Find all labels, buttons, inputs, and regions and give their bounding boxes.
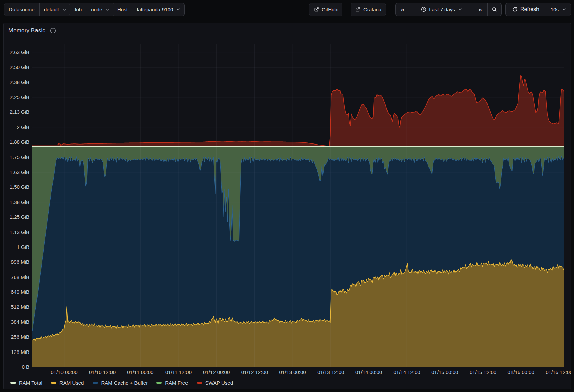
legend-label: RAM Used [59, 380, 84, 386]
legend-label: RAM Free [165, 380, 188, 386]
legend-item-swap-used[interactable]: SWAP Used [197, 380, 233, 386]
svg-text:01/12 12:00: 01/12 12:00 [241, 369, 268, 375]
svg-text:01/10 00:00: 01/10 00:00 [51, 369, 77, 375]
refresh-button[interactable]: Refresh [506, 3, 546, 16]
variable-job-select[interactable]: node [86, 3, 114, 16]
external-link-icon [314, 7, 319, 12]
panel-title: Memory Basic [8, 27, 45, 34]
svg-text:01/14 00:00: 01/14 00:00 [355, 369, 382, 375]
svg-text:384 MiB: 384 MiB [11, 319, 29, 325]
clock-icon [421, 7, 426, 12]
svg-text:01/10 12:00: 01/10 12:00 [89, 369, 116, 375]
legend-swatch-icon [156, 382, 162, 384]
chevron-down-icon [458, 8, 462, 11]
svg-text:640 MiB: 640 MiB [11, 289, 29, 295]
svg-text:1.88 GiB: 1.88 GiB [10, 139, 29, 145]
panel-header[interactable]: Memory Basic [8, 26, 56, 35]
legend-item-ram-used[interactable]: RAM Used [51, 380, 84, 386]
svg-text:1.13 GiB: 1.13 GiB [10, 229, 29, 235]
svg-text:1.25 GiB: 1.25 GiB [10, 214, 29, 220]
svg-text:01/12 00:00: 01/12 00:00 [203, 369, 230, 375]
svg-text:01/13 00:00: 01/13 00:00 [279, 369, 306, 375]
svg-text:2.50 GiB: 2.50 GiB [10, 64, 29, 70]
memory-basic-panel: Memory Basic 2.63 GiB2.50 GiB2.38 GiB2.2… [3, 23, 571, 389]
time-picker-group: « Last 7 days » [395, 3, 502, 16]
chevron-down-icon [106, 8, 109, 11]
svg-text:2 GiB: 2 GiB [17, 124, 29, 130]
chevron-down-icon [176, 8, 180, 11]
svg-text:2.13 GiB: 2.13 GiB [10, 109, 29, 115]
svg-text:768 MiB: 768 MiB [11, 274, 29, 280]
legend-swatch-icon [93, 382, 98, 384]
magnifier-minus-icon [492, 7, 497, 12]
time-series-plot[interactable]: 2.63 GiB2.50 GiB2.38 GiB2.25 GiB2.13 GiB… [4, 37, 571, 375]
svg-text:2.25 GiB: 2.25 GiB [10, 94, 29, 100]
svg-text:896 MiB: 896 MiB [11, 259, 29, 265]
legend-swatch-icon [197, 382, 202, 384]
github-link-button[interactable]: GitHub [309, 3, 342, 16]
variable-job-label: Job [69, 3, 86, 16]
svg-text:01/16 00:00: 01/16 00:00 [508, 369, 534, 375]
svg-text:1.75 GiB: 1.75 GiB [10, 154, 29, 160]
variable-datasource-select[interactable]: default [39, 3, 71, 16]
legend-swatch-icon [10, 382, 16, 384]
variable-host: Host lattepanda:9100 [113, 3, 185, 16]
variable-datasource: Datasource default [4, 3, 71, 16]
svg-text:01/11 00:00: 01/11 00:00 [127, 369, 153, 375]
time-range-label: Last 7 days [429, 7, 455, 12]
dashboard-toolbar: Datasource default Job node Host lattepa… [0, 3, 574, 16]
svg-text:01/16 12:00: 01/16 12:00 [546, 369, 571, 375]
memory-chart-svg: 2.63 GiB2.50 GiB2.38 GiB2.25 GiB2.13 GiB… [4, 37, 571, 375]
svg-text:01/11 12:00: 01/11 12:00 [165, 369, 192, 375]
variable-job: Job node [69, 3, 114, 16]
svg-text:1.50 GiB: 1.50 GiB [10, 184, 29, 190]
chevrons-right-icon: » [478, 6, 482, 13]
variable-host-select[interactable]: lattepanda:9100 [132, 3, 185, 16]
time-shift-back-button[interactable]: « [396, 3, 410, 16]
svg-text:128 MiB: 128 MiB [11, 349, 29, 355]
svg-text:0 B: 0 B [22, 364, 29, 370]
variable-host-label: Host [113, 3, 132, 16]
svg-text:1.38 GiB: 1.38 GiB [10, 199, 29, 205]
zoom-out-time-button[interactable] [487, 3, 501, 16]
refresh-interval-select[interactable]: 10s [546, 3, 571, 16]
svg-text:256 MiB: 256 MiB [11, 334, 29, 340]
chart-legend: RAM TotalRAM UsedRAM Cache + BufferRAM F… [10, 378, 233, 387]
legend-item-ram-total[interactable]: RAM Total [10, 380, 42, 386]
legend-label: SWAP Used [205, 380, 233, 386]
grafana-link-label: Grafana [363, 7, 381, 12]
svg-text:01/13 12:00: 01/13 12:00 [317, 369, 344, 375]
svg-text:01/14 12:00: 01/14 12:00 [393, 369, 420, 375]
svg-text:512 MiB: 512 MiB [11, 304, 29, 310]
legend-label: RAM Cache + Buffer [101, 380, 148, 386]
time-shift-forward-button[interactable]: » [473, 3, 487, 16]
svg-text:1 GiB: 1 GiB [17, 244, 29, 250]
svg-text:2.38 GiB: 2.38 GiB [10, 79, 29, 85]
github-link-label: GitHub [322, 7, 338, 12]
external-link-icon [355, 7, 360, 12]
time-range-picker[interactable]: Last 7 days [410, 3, 473, 16]
refresh-label: Refresh [520, 6, 539, 12]
svg-text:2.63 GiB: 2.63 GiB [10, 49, 29, 55]
variable-datasource-label: Datasource [4, 3, 39, 16]
legend-label: RAM Total [19, 380, 42, 386]
grafana-link-button[interactable]: Grafana [351, 3, 386, 16]
svg-text:1.63 GiB: 1.63 GiB [10, 169, 29, 175]
legend-swatch-icon [51, 382, 56, 384]
legend-item-ram-cache-buffer[interactable]: RAM Cache + Buffer [93, 380, 148, 386]
svg-text:01/15 00:00: 01/15 00:00 [431, 369, 458, 375]
refresh-icon [512, 7, 518, 12]
refresh-group: Refresh 10s [505, 3, 571, 16]
info-icon[interactable] [50, 28, 56, 34]
svg-text:01/15 12:00: 01/15 12:00 [470, 369, 496, 375]
chevron-down-icon [63, 8, 66, 11]
chevrons-left-icon: « [401, 6, 405, 13]
legend-item-ram-free[interactable]: RAM Free [156, 380, 188, 386]
chevron-down-icon [562, 8, 566, 11]
